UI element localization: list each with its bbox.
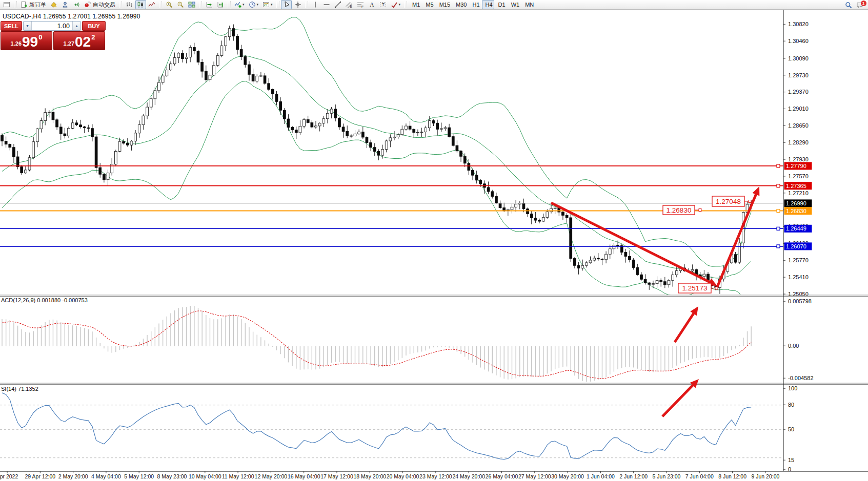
buy-price-button[interactable]: 1.27022 [53, 31, 105, 50]
level-anchor [777, 227, 780, 230]
candle-body [370, 142, 372, 147]
channel-button[interactable]: E [344, 0, 354, 9]
periods-button[interactable]: ▾ [247, 0, 260, 9]
timeframe-m30[interactable]: M30 [453, 0, 469, 9]
shapes-button[interactable]: ▾ [389, 0, 402, 9]
window-menu[interactable] [2, 0, 12, 9]
candle-body [205, 71, 207, 80]
templates-button[interactable]: ▾ [261, 0, 275, 9]
trend-arrow[interactable] [675, 312, 695, 342]
timeframe-m15[interactable]: M15 [436, 0, 452, 9]
candle-chart-button[interactable] [135, 0, 146, 9]
level-axis-label: 1.27790 [786, 163, 806, 169]
candle-body [118, 141, 121, 151]
time-tick-label: 26 May 04:00 [486, 473, 518, 479]
crosshair-button[interactable] [292, 0, 303, 9]
hline-button[interactable] [321, 0, 332, 9]
timeframe-mn[interactable]: MN [522, 0, 536, 9]
timeframe-w1-label: W1 [511, 2, 520, 8]
timeframe-h1[interactable]: H1 [469, 0, 481, 9]
candle-body [354, 134, 356, 136]
cursor-button[interactable] [281, 0, 292, 9]
rsi-axis-label: 100 [788, 385, 797, 391]
trend-arrow[interactable] [662, 384, 694, 416]
autotrade-button[interactable]: 自动交易 [83, 0, 117, 9]
timeframe-w1[interactable]: W1 [508, 0, 521, 9]
candle-body [425, 128, 427, 132]
volume-input[interactable] [32, 22, 72, 30]
new-order-icon [21, 1, 28, 8]
text-button[interactable]: A [366, 0, 377, 9]
candle-body [703, 274, 705, 277]
bollinger-lower [2, 81, 751, 310]
chart-ohlc-title: USDCAD-,H4 1.26955 1.27001 1.26955 1.269… [3, 13, 140, 20]
label-button[interactable]: T [377, 0, 388, 9]
candle-body [271, 90, 274, 94]
shapes-icon [391, 1, 398, 8]
candle-body [585, 263, 588, 265]
trendline-button[interactable] [332, 0, 343, 9]
candle-body [440, 129, 442, 129]
zoom-in-button[interactable] [164, 0, 175, 9]
candles-layer [1, 25, 753, 294]
candle-body [691, 269, 694, 271]
volume-decrease-button[interactable]: ▾ [24, 22, 32, 30]
time-tick-label: 2 May 20:00 [58, 473, 88, 479]
toolbar-grip [119, 2, 122, 8]
new-order-button[interactable]: 新订单 [19, 0, 48, 9]
candle-body [307, 119, 309, 122]
candle-body [185, 57, 188, 59]
time-tick-label: 18 May 20:00 [353, 473, 386, 479]
window-icon [3, 1, 10, 8]
candle-body [593, 258, 596, 260]
chevron-up-icon: ▴ [75, 24, 77, 28]
candle-body [527, 209, 529, 214]
vline-icon [312, 1, 319, 8]
sell-price-button[interactable]: 1.26990 [1, 31, 52, 50]
timeframe-m1[interactable]: M1 [409, 0, 422, 9]
candle-body [5, 141, 7, 144]
toolbar-grip [14, 2, 17, 8]
candle-body [177, 53, 180, 58]
styler-button[interactable] [49, 0, 59, 9]
candle-body [189, 48, 192, 57]
zoom-out-button[interactable] [175, 0, 186, 9]
candle-body [264, 76, 266, 83]
candle-body [420, 132, 423, 133]
candle-body [463, 156, 466, 163]
timeframe-d1[interactable]: D1 [495, 0, 507, 9]
candle-body [417, 132, 419, 133]
search-button[interactable] [843, 1, 854, 10]
sell-button[interactable]: SELL [1, 21, 22, 31]
bar-chart-button[interactable] [124, 0, 135, 9]
tile-windows-button[interactable] [187, 0, 197, 9]
candle-body [636, 267, 639, 275]
vline-button[interactable] [310, 0, 320, 9]
candle-body [71, 123, 74, 129]
auto-scroll-button[interactable] [204, 0, 215, 9]
buy-button[interactable]: BUY [82, 21, 106, 31]
timeframe-m15-label: M15 [439, 2, 450, 8]
timeframe-m5[interactable]: M5 [422, 0, 435, 9]
candle-body [444, 128, 447, 129]
candle-body [656, 281, 658, 284]
notifications-button[interactable]: 1 [855, 1, 865, 10]
timeframe-group: M1M5M15M30H1H4D1W1MN [409, 0, 536, 9]
fibonacci-button[interactable]: F [355, 0, 366, 9]
new-order-button-label: 新订单 [29, 1, 46, 9]
level-axis-label: 1.26830 [786, 208, 806, 214]
timeframe-h4[interactable]: H4 [482, 0, 494, 9]
time-tick-label: 9 Jun 20:00 [751, 473, 779, 479]
candle-body [21, 167, 23, 173]
profiles-button[interactable] [60, 0, 71, 9]
volume-increase-button[interactable]: ▴ [72, 22, 80, 30]
line-chart-button[interactable] [147, 0, 157, 9]
chart-shift-button[interactable] [215, 0, 226, 9]
candle-body [111, 164, 113, 173]
price-tick-label: 1.29010 [788, 106, 809, 112]
alerts-button[interactable] [71, 0, 82, 9]
candle-body [562, 212, 564, 215]
candle-body [318, 123, 321, 126]
price-chart-canvas[interactable]: 1.308201.304601.300901.297301.293701.290… [0, 9, 868, 481]
indicators-button[interactable]: ▾ [233, 0, 247, 9]
